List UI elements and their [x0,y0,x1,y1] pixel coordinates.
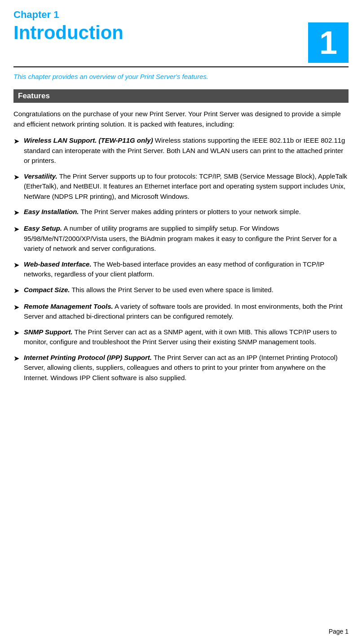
subtitle: This chapter provides an overview of you… [13,73,349,80]
feature-item: ➤Remote Management Tools. A variety of s… [13,302,349,322]
chapter-label: Chapter 1 [13,9,349,21]
bullet-icon: ➤ [13,260,19,271]
feature-item: ➤Easy Setup. A number of utility program… [13,223,349,254]
chapter-title: Introduction [13,22,124,43]
chapter-number-box: 1 [308,22,349,63]
feature-text: Versatility. The Print Server supports u… [24,171,349,202]
feature-bold: SNMP Support. [24,328,73,336]
bullet-icon: ➤ [13,353,19,364]
feature-list: ➤Wireless LAN Support. (TEW-P11G only) W… [13,136,349,383]
feature-item: ➤Wireless LAN Support. (TEW-P11G only) W… [13,136,349,166]
bullet-icon: ➤ [13,302,19,313]
feature-text: Easy Setup. A number of utility programs… [24,223,349,254]
intro-paragraph: Congratulations on the purchase of your … [13,109,349,129]
feature-bold: Internet Printing Protocol (IPP) Support… [24,354,152,361]
feature-bold: Wireless LAN Support. (TEW-P11G only) [24,136,153,144]
feature-item: ➤Internet Printing Protocol (IPP) Suppor… [13,353,349,383]
feature-bold: Easy Installation. [24,208,79,215]
page-footer: Page 1 [329,628,349,635]
feature-item: ➤Easy Installation. The Print Server mak… [13,207,349,218]
feature-text: Wireless LAN Support. (TEW-P11G only) Wi… [24,136,349,166]
feature-text: Remote Management Tools. A variety of so… [24,302,349,322]
feature-item: ➤Compact Size. This allows the Print Ser… [13,285,349,296]
bullet-icon: ➤ [13,207,19,218]
section-header: Features [13,89,349,103]
feature-item: ➤Versatility. The Print Server supports … [13,171,349,202]
feature-bold: Easy Setup. [24,224,62,232]
feature-text: Easy Installation. The Print Server make… [24,207,349,217]
bullet-icon: ➤ [13,328,19,338]
bullet-icon: ➤ [13,136,19,147]
feature-bold: Web-based Interface. [24,260,92,268]
feature-text: Web-based Interface. The Web-based inter… [24,259,349,280]
feature-text: Internet Printing Protocol (IPP) Support… [24,353,349,383]
bullet-icon: ➤ [13,285,19,296]
bullet-icon: ➤ [13,172,19,183]
feature-item: ➤Web-based Interface. The Web-based inte… [13,259,349,280]
feature-text: SNMP Support. The Print Server can act a… [24,327,349,347]
feature-bold: Compact Size. [24,286,70,294]
feature-bold: Versatility. [24,172,57,180]
bullet-icon: ➤ [13,224,19,235]
feature-item: ➤SNMP Support. The Print Server can act … [13,327,349,347]
feature-bold: Remote Management Tools. [24,302,113,310]
feature-text: Compact Size. This allows the Print Serv… [24,285,349,295]
